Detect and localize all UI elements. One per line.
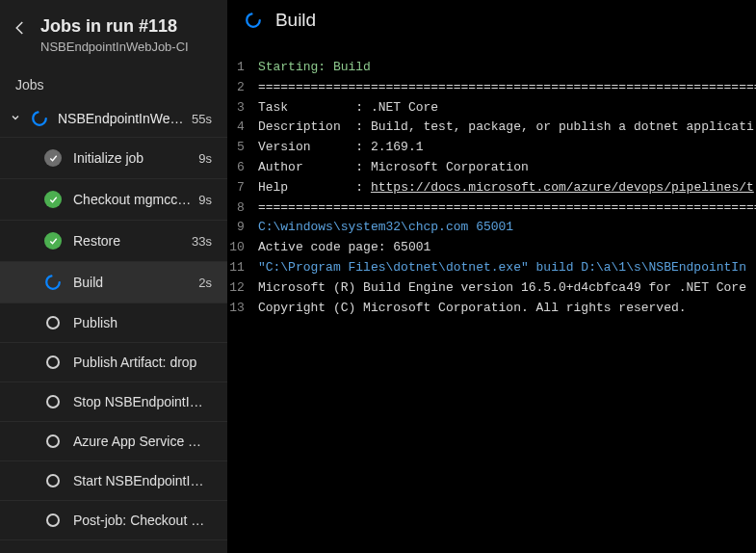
sidebar-header: Jobs in run #118 NSBEndpointInWebJob-CI — [0, 0, 227, 66]
line-content: Copyright (C) Microsoft Corporation. All… — [258, 299, 756, 319]
line-number: 8 — [227, 198, 258, 219]
line-content: Author : Microsoft Corporation — [258, 158, 756, 178]
step-row[interactable]: Initialize job9s — [0, 138, 227, 179]
step-label: Initialize job — [73, 150, 191, 166]
log-title: Build — [275, 10, 756, 31]
step-row[interactable]: Stop NSBEndpointI… — [0, 382, 227, 422]
svg-point-2 — [247, 13, 260, 27]
job-row[interactable]: NSBEndpointInWe… 55s — [0, 100, 227, 138]
line-content: ========================================… — [258, 78, 756, 98]
log-line: 6Author : Microsoft Corporation — [227, 158, 756, 178]
line-number: 5 — [227, 138, 258, 158]
line-number: 7 — [227, 178, 258, 198]
step-duration: 2s — [198, 276, 212, 290]
spinner-icon — [245, 12, 262, 29]
pending-icon — [44, 395, 62, 408]
step-row[interactable]: Build2s — [0, 262, 227, 303]
step-row[interactable]: Publish Artifact: drop — [0, 343, 227, 382]
log-panel: Build 1Starting: Build2=================… — [227, 0, 756, 553]
log-line: 9C:\windows\system32\chcp.com 65001 — [227, 218, 756, 238]
line-number: 2 — [227, 78, 258, 98]
pipeline-name: NSBEndpointInWebJob-CI — [40, 40, 189, 54]
line-content: Active code page: 65001 — [258, 238, 756, 258]
step-row[interactable]: Post-job: Checkout … — [0, 501, 227, 540]
pending-icon — [44, 434, 62, 448]
line-number: 11 — [227, 258, 258, 278]
chevron-down-icon — [10, 110, 21, 127]
step-duration: 9s — [198, 193, 212, 207]
job-duration: 55s — [192, 112, 212, 126]
line-content: Version : 2.169.1 — [258, 138, 756, 158]
log-line: 4Description : Build, test, package, or … — [227, 118, 756, 138]
pending-icon — [44, 316, 62, 329]
spinner-icon — [44, 274, 62, 291]
step-row[interactable]: Publish — [0, 303, 227, 343]
step-row[interactable]: Azure App Service … — [0, 422, 227, 461]
step-label: Checkout mgmcc… — [73, 192, 191, 207]
log-line: 1Starting: Build — [227, 58, 756, 78]
job-name: NSBEndpointInWe… — [58, 111, 192, 126]
line-number: 3 — [227, 98, 258, 118]
sidebar: Jobs in run #118 NSBEndpointInWebJob-CI … — [0, 0, 227, 553]
step-label: Post-job: Checkout … — [73, 513, 212, 528]
svg-point-0 — [33, 113, 46, 126]
step-duration: 33s — [192, 234, 212, 249]
log-line: 13Copyright (C) Microsoft Corporation. A… — [227, 299, 756, 319]
line-number: 6 — [227, 158, 258, 178]
log-line: 11"C:\Program Files\dotnet\dotnet.exe" b… — [227, 258, 756, 278]
log-line: 2=======================================… — [227, 78, 756, 98]
page-title: Jobs in run #118 — [40, 15, 189, 38]
step-label: Azure App Service … — [73, 434, 212, 449]
back-arrow-icon[interactable] — [12, 19, 29, 40]
line-content: Microsoft (R) Build Engine version 16.5.… — [258, 278, 756, 299]
step-row[interactable]: Checkout mgmcc…9s — [0, 179, 227, 221]
step-label: Publish — [73, 315, 212, 330]
jobs-section-label: Jobs — [0, 66, 227, 100]
line-number: 13 — [227, 299, 258, 319]
log-line: 12Microsoft (R) Build Engine version 16.… — [227, 278, 756, 299]
log-line: 8=======================================… — [227, 198, 756, 219]
success-icon — [44, 232, 62, 250]
pending-icon — [44, 474, 62, 487]
pending-icon — [44, 356, 62, 369]
line-content: Task : .NET Core — [258, 98, 756, 118]
pending-icon — [44, 514, 62, 527]
step-label: Publish Artifact: drop — [73, 355, 212, 370]
line-number: 10 — [227, 238, 258, 258]
line-content: C:\windows\system32\chcp.com 65001 — [258, 218, 756, 238]
line-content: Starting: Build — [258, 58, 756, 78]
line-number: 9 — [227, 218, 258, 238]
line-content: Help : https://docs.microsoft.com/azure/… — [258, 178, 756, 198]
step-label: Restore — [73, 233, 184, 249]
step-label: Stop NSBEndpointI… — [73, 394, 212, 409]
log-line: 3Task : .NET Core — [227, 98, 756, 118]
log-line: 7Help : https://docs.microsoft.com/azure… — [227, 178, 756, 198]
step-row[interactable]: Start NSBEndpointI… — [0, 461, 227, 501]
log-line: 10Active code page: 65001 — [227, 238, 756, 258]
checkmark-icon — [44, 149, 62, 167]
success-icon — [44, 191, 62, 208]
step-label: Start NSBEndpointI… — [73, 473, 212, 488]
log-line: 5Version : 2.169.1 — [227, 138, 756, 158]
spinner-icon — [31, 110, 48, 127]
log-output[interactable]: 1Starting: Build2=======================… — [227, 40, 756, 553]
svg-point-1 — [46, 276, 60, 290]
line-number: 4 — [227, 118, 258, 138]
line-content: ========================================… — [258, 198, 756, 219]
step-label: Build — [73, 275, 191, 290]
line-content: Description : Build, test, package, or p… — [258, 118, 756, 138]
steps-list: Initialize job9sCheckout mgmcc…9sRestore… — [0, 138, 227, 540]
line-number: 12 — [227, 278, 258, 299]
line-number: 1 — [227, 58, 258, 78]
step-duration: 9s — [198, 151, 212, 166]
log-header: Build — [227, 0, 756, 40]
line-content: "C:\Program Files\dotnet\dotnet.exe" bui… — [258, 258, 756, 278]
step-row[interactable]: Restore33s — [0, 221, 227, 262]
